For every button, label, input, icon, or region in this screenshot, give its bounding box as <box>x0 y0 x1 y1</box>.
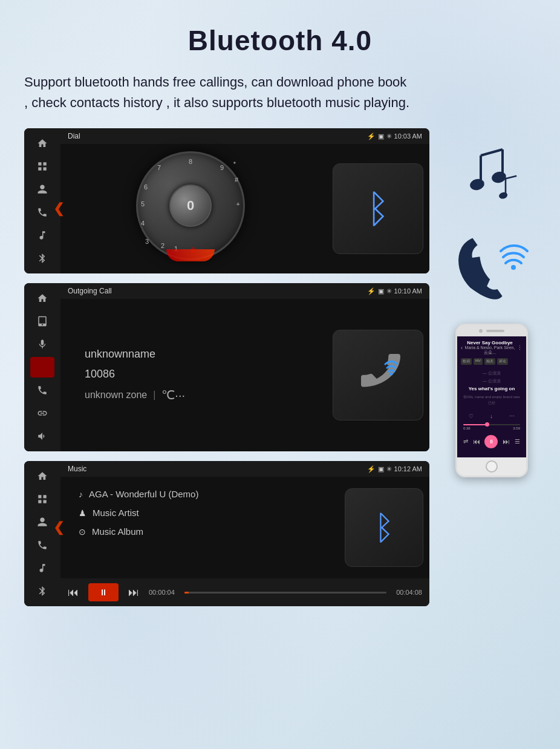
screens-column: Dial ⚡▣✳ 10:03 AM ❮ <box>24 128 429 616</box>
music-track: ♪ AGA - Wonderful U (Demo) <box>79 489 327 499</box>
screen1-body: ❮ 8 9 * # 7 6 <box>60 144 429 273</box>
description: Support bluetooth hands free callings, c… <box>24 72 411 113</box>
phone-menu-icon[interactable]: ⋮ <box>517 345 523 351</box>
sidebar-call <box>24 283 60 451</box>
screen3-time: ⚡▣✳ 10:12 AM <box>367 465 422 473</box>
progress-fill <box>184 592 189 594</box>
bt-symbol-3: ᛒ <box>374 508 394 547</box>
sidebar-link-2[interactable] <box>30 403 54 424</box>
sidebar-music-1[interactable] <box>30 225 54 246</box>
phone-home-button[interactable] <box>486 460 498 473</box>
phone-call-icon <box>452 233 531 306</box>
next-button[interactable]: ⏭ <box>128 586 139 599</box>
music-album: ⊙ Music Album <box>79 526 327 537</box>
chevron-left-1[interactable]: ❮ <box>53 201 64 217</box>
status-bar-1: Dial ⚡▣✳ 10:03 AM <box>60 128 429 144</box>
phone-tabs: 歌词 MV 相关 评论 <box>461 358 523 365</box>
sidebar-mic-2[interactable] <box>30 334 54 355</box>
svg-line-7 <box>506 176 516 179</box>
phone-actions: ♡ ↓ ⋯ <box>461 411 523 422</box>
phone-mockup: ‹ Never Say Goodbye Maria & Nesto, Park … <box>455 324 528 477</box>
phone-shuffle[interactable]: ⇌ <box>463 438 468 445</box>
screen2-label: Outgoing Call <box>68 287 112 295</box>
caller-number: 10086 <box>85 368 115 381</box>
svg-point-4 <box>469 177 486 192</box>
screen1-time: ⚡▣✳ 10:03 AM <box>367 132 422 140</box>
screen2-content: Outgoing Call ⚡▣✳ 10:10 AM ❮ unknownname… <box>60 283 429 451</box>
sidebar-grid-3[interactable] <box>30 489 54 509</box>
phone-prev[interactable]: ⏮ <box>473 437 480 446</box>
screen1-label: Dial <box>68 132 80 140</box>
music-notes-icon <box>452 146 531 215</box>
caller-zone: unknown zone | ℃··· <box>85 388 185 402</box>
sidebar-bt-1[interactable] <box>30 248 54 269</box>
time-current: 00:00:04 <box>149 589 175 596</box>
page-container: Bluetooth 4.0 Support bluetooth hands fr… <box>0 0 560 628</box>
sidebar-home-2[interactable] <box>30 288 54 309</box>
screen1-content: Dial ⚡▣✳ 10:03 AM ❮ <box>60 128 429 273</box>
chevron-left-3[interactable]: ❮ <box>53 520 64 535</box>
screen3-body: ❮ ♪ AGA - Wonderful U (Demo) ♟ Music Art… <box>60 477 429 578</box>
sidebar-phone-3[interactable] <box>30 535 54 555</box>
sidebar-music-3[interactable] <box>30 558 54 578</box>
progress-bar[interactable] <box>184 592 386 594</box>
sidebar-phone-1[interactable] <box>30 202 54 223</box>
screen2-body: ❮ unknownname 10086 unknown zone | ℃··· <box>60 299 429 451</box>
dial-ring[interactable]: 8 9 * # 7 6 5 4 3 2 <box>136 151 245 260</box>
phone-controls: ⇌ ⏮ ⏸ ⏭ ☰ <box>461 433 523 451</box>
phone-next[interactable]: ⏭ <box>503 437 510 446</box>
music-artist: ♟ Music Artist <box>79 508 327 518</box>
music-controls: ⏮ ⏸ ⏭ 00:00:04 00:04:08 <box>60 578 429 606</box>
screen-dial: Dial ⚡▣✳ 10:03 AM ❮ <box>24 128 429 273</box>
phone-play[interactable]: ⏸ <box>484 435 498 448</box>
svg-point-9 <box>511 265 516 270</box>
phone-screen: ‹ Never Say Goodbye Maria & Nesto, Park … <box>457 336 526 457</box>
status-bar-2: Outgoing Call ⚡▣✳ 10:10 AM <box>60 283 429 299</box>
call-info: unknownname 10086 unknown zone | ℃··· <box>67 305 327 445</box>
call-icon-box[interactable] <box>333 330 423 420</box>
bt-button-3[interactable]: ᛒ <box>345 488 423 567</box>
sidebar-person-3[interactable] <box>30 512 54 532</box>
svg-line-2 <box>481 149 503 155</box>
dial-wheel[interactable]: 8 9 * # 7 6 5 4 3 2 <box>136 151 257 266</box>
phone-list[interactable]: ☰ <box>515 438 520 445</box>
sidebar-tablet-2[interactable] <box>30 311 54 332</box>
sidebar-bt-3[interactable] <box>30 581 54 601</box>
page-title: Bluetooth 4.0 <box>24 12 536 63</box>
status-bar-3: Music ⚡▣✳ 10:12 AM <box>60 461 429 477</box>
phone-bottom <box>457 457 526 476</box>
bt-symbol-1: ᛒ <box>366 186 389 231</box>
screen3-content: Music ⚡▣✳ 10:12 AM ❮ ♪ AGA - Wonderful U… <box>60 461 429 606</box>
phone-progress: 0:38 3:59 <box>461 422 523 433</box>
icons-column: ‹ Never Say Goodbye Maria & Nesto, Park … <box>448 128 536 477</box>
phone-song-title: Never Say Goodbye <box>463 340 517 345</box>
play-pause-button[interactable]: ⏸ <box>88 583 119 601</box>
prev-button[interactable]: ⏮ <box>68 586 79 599</box>
screen-call: Outgoing Call ⚡▣✳ 10:10 AM ❮ unknownname… <box>24 283 429 451</box>
sidebar-active-2[interactable] <box>30 357 54 378</box>
dial-container: 8 9 * # 7 6 5 4 3 2 <box>67 150 327 267</box>
phone-header: ‹ Never Say Goodbye Maria & Nesto, Park … <box>461 340 523 356</box>
sidebar-home-1[interactable] <box>30 133 54 154</box>
main-layout: Dial ⚡▣✳ 10:03 AM ❮ <box>24 128 536 616</box>
sidebar-phone-2[interactable] <box>30 380 54 401</box>
caller-name: unknownname <box>85 348 155 361</box>
phone-speaker <box>486 330 504 332</box>
screen-music: Music ⚡▣✳ 10:12 AM ❮ ♪ AGA - Wonderful U… <box>24 461 429 606</box>
screen3-label: Music <box>68 465 86 473</box>
phone-artist: Maria & Nesto, Park Siren, 云朵... <box>463 345 517 356</box>
phone-top <box>457 325 526 336</box>
bt-button-1[interactable]: ᛒ <box>333 163 423 254</box>
phone-lyrics: — 公没没 — 公没没 Yes what's going on 你00s, na… <box>461 367 523 408</box>
time-total: 00:04:08 <box>396 589 422 596</box>
music-info: ♪ AGA - Wonderful U (Demo) ♟ Music Artis… <box>67 483 339 572</box>
svg-point-8 <box>498 192 509 200</box>
sidebar-person-1[interactable] <box>30 179 54 200</box>
dial-center[interactable]: 0 <box>169 185 212 227</box>
sidebar-grid-1[interactable] <box>30 156 54 177</box>
screen2-time: ⚡▣✳ 10:10 AM <box>367 287 422 295</box>
phone-wifi-svg <box>354 351 402 399</box>
sidebar-home-3[interactable] <box>30 466 54 486</box>
sidebar-volume-2[interactable] <box>30 426 54 446</box>
svg-point-0 <box>390 373 393 376</box>
